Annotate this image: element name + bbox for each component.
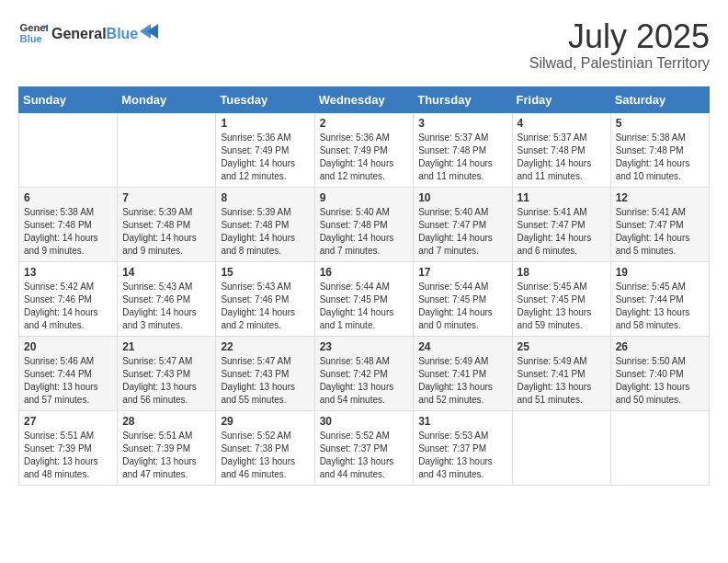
- day-info: Sunrise: 5:49 AM Sunset: 7:41 PM Dayligh…: [518, 355, 606, 407]
- calendar-cell: 30Sunrise: 5:52 AM Sunset: 7:37 PM Dayli…: [314, 410, 414, 485]
- calendar-cell: 21Sunrise: 5:47 AM Sunset: 7:43 PM Dayli…: [118, 336, 216, 410]
- day-info: Sunrise: 5:50 AM Sunset: 7:40 PM Dayligh…: [616, 355, 704, 407]
- day-info: Sunrise: 5:39 AM Sunset: 7:48 PM Dayligh…: [122, 206, 210, 258]
- calendar-cell: 17Sunrise: 5:44 AM Sunset: 7:45 PM Dayli…: [414, 261, 512, 336]
- calendar-cell: 29Sunrise: 5:52 AM Sunset: 7:38 PM Dayli…: [216, 410, 314, 485]
- day-number: 25: [518, 340, 606, 353]
- calendar-cell: 8Sunrise: 5:39 AM Sunset: 7:48 PM Daylig…: [216, 187, 314, 261]
- day-info: Sunrise: 5:51 AM Sunset: 7:39 PM Dayligh…: [122, 430, 210, 481]
- day-info: Sunrise: 5:48 AM Sunset: 7:42 PM Dayligh…: [320, 355, 409, 407]
- day-info: Sunrise: 5:53 AM Sunset: 7:37 PM Dayligh…: [418, 430, 506, 481]
- day-number: 13: [24, 266, 112, 279]
- subtitle: Silwad, Palestinian Territory: [529, 55, 710, 72]
- day-info: Sunrise: 5:37 AM Sunset: 7:48 PM Dayligh…: [518, 132, 606, 183]
- day-number: 5: [616, 117, 704, 130]
- day-info: Sunrise: 5:47 AM Sunset: 7:43 PM Dayligh…: [122, 355, 210, 407]
- day-info: Sunrise: 5:39 AM Sunset: 7:48 PM Dayligh…: [221, 206, 309, 258]
- day-info: Sunrise: 5:45 AM Sunset: 7:44 PM Dayligh…: [616, 281, 704, 332]
- calendar-cell: 4Sunrise: 5:37 AM Sunset: 7:48 PM Daylig…: [512, 112, 610, 187]
- day-number: 21: [122, 340, 210, 353]
- day-number: 11: [518, 191, 606, 204]
- calendar-cell: 9Sunrise: 5:40 AM Sunset: 7:48 PM Daylig…: [314, 187, 414, 261]
- calendar-week-1: 1Sunrise: 5:36 AM Sunset: 7:49 PM Daylig…: [19, 112, 710, 187]
- day-number: 22: [221, 340, 309, 353]
- logo-icon: General Blue: [18, 18, 48, 48]
- day-number: 9: [320, 191, 409, 204]
- day-info: Sunrise: 5:40 AM Sunset: 7:48 PM Dayligh…: [320, 206, 409, 258]
- calendar-cell: [118, 112, 216, 187]
- calendar-header-row: SundayMondayTuesdayWednesdayThursdayFrid…: [19, 86, 710, 112]
- calendar-week-3: 13Sunrise: 5:42 AM Sunset: 7:46 PM Dayli…: [19, 261, 710, 336]
- day-info: Sunrise: 5:36 AM Sunset: 7:49 PM Dayligh…: [221, 132, 309, 183]
- calendar-cell: 28Sunrise: 5:51 AM Sunset: 7:39 PM Dayli…: [118, 410, 216, 485]
- logo-blue: Blue: [107, 26, 139, 42]
- logo-arrow-icon: [140, 24, 158, 39]
- calendar-cell: 24Sunrise: 5:49 AM Sunset: 7:41 PM Dayli…: [414, 336, 512, 410]
- title-block: July 2025 Silwad, Palestinian Territory: [529, 18, 710, 72]
- day-info: Sunrise: 5:42 AM Sunset: 7:46 PM Dayligh…: [24, 281, 112, 332]
- calendar-cell: 20Sunrise: 5:46 AM Sunset: 7:44 PM Dayli…: [19, 336, 118, 410]
- day-info: Sunrise: 5:49 AM Sunset: 7:41 PM Dayligh…: [418, 355, 506, 407]
- calendar-cell: 16Sunrise: 5:44 AM Sunset: 7:45 PM Dayli…: [314, 261, 414, 336]
- calendar-cell: 10Sunrise: 5:40 AM Sunset: 7:47 PM Dayli…: [414, 187, 512, 261]
- svg-text:Blue: Blue: [20, 33, 42, 44]
- logo: General Blue General Blue: [18, 18, 158, 48]
- day-number: 29: [221, 415, 309, 428]
- calendar-cell: 11Sunrise: 5:41 AM Sunset: 7:47 PM Dayli…: [512, 187, 610, 261]
- calendar-cell: 23Sunrise: 5:48 AM Sunset: 7:42 PM Dayli…: [314, 336, 414, 410]
- day-number: 19: [616, 266, 704, 279]
- day-number: 14: [122, 266, 210, 279]
- page-header: General Blue General Blue July 2025 Silw…: [18, 18, 710, 72]
- day-info: Sunrise: 5:43 AM Sunset: 7:46 PM Dayligh…: [122, 281, 210, 332]
- day-number: 18: [518, 266, 606, 279]
- calendar-cell: 12Sunrise: 5:41 AM Sunset: 7:47 PM Dayli…: [610, 187, 709, 261]
- day-number: 24: [418, 340, 506, 353]
- day-number: 4: [518, 117, 606, 130]
- calendar-cell: 19Sunrise: 5:45 AM Sunset: 7:44 PM Dayli…: [610, 261, 709, 336]
- day-number: 10: [418, 191, 506, 204]
- calendar-cell: 3Sunrise: 5:37 AM Sunset: 7:48 PM Daylig…: [414, 112, 512, 187]
- day-header-sunday: Sunday: [19, 86, 118, 112]
- day-header-friday: Friday: [512, 86, 610, 112]
- day-info: Sunrise: 5:38 AM Sunset: 7:48 PM Dayligh…: [24, 206, 112, 258]
- day-number: 8: [221, 191, 309, 204]
- logo-general: General: [51, 26, 107, 42]
- calendar-cell: 31Sunrise: 5:53 AM Sunset: 7:37 PM Dayli…: [414, 410, 512, 485]
- day-number: 17: [418, 266, 506, 279]
- day-number: 15: [221, 266, 309, 279]
- calendar-cell: 18Sunrise: 5:45 AM Sunset: 7:45 PM Dayli…: [512, 261, 610, 336]
- day-number: 20: [24, 340, 112, 353]
- day-info: Sunrise: 5:52 AM Sunset: 7:38 PM Dayligh…: [221, 430, 309, 481]
- day-info: Sunrise: 5:46 AM Sunset: 7:44 PM Dayligh…: [24, 355, 112, 407]
- svg-text:General: General: [20, 22, 48, 33]
- day-info: Sunrise: 5:41 AM Sunset: 7:47 PM Dayligh…: [616, 206, 704, 258]
- day-number: 6: [24, 191, 112, 204]
- day-header-monday: Monday: [118, 86, 216, 112]
- calendar-cell: 13Sunrise: 5:42 AM Sunset: 7:46 PM Dayli…: [19, 261, 118, 336]
- day-number: 7: [122, 191, 210, 204]
- calendar-cell: [19, 112, 118, 187]
- main-title: July 2025: [529, 18, 710, 55]
- day-number: 31: [418, 415, 506, 428]
- day-header-tuesday: Tuesday: [216, 86, 314, 112]
- day-info: Sunrise: 5:38 AM Sunset: 7:48 PM Dayligh…: [616, 132, 704, 183]
- day-header-thursday: Thursday: [414, 86, 512, 112]
- calendar-table: SundayMondayTuesdayWednesdayThursdayFrid…: [18, 86, 710, 486]
- calendar-cell: [610, 410, 709, 485]
- day-number: 3: [418, 117, 506, 130]
- calendar-cell: 15Sunrise: 5:43 AM Sunset: 7:46 PM Dayli…: [216, 261, 314, 336]
- day-number: 16: [320, 266, 409, 279]
- calendar-week-2: 6Sunrise: 5:38 AM Sunset: 7:48 PM Daylig…: [19, 187, 710, 261]
- calendar-cell: 7Sunrise: 5:39 AM Sunset: 7:48 PM Daylig…: [118, 187, 216, 261]
- calendar-cell: 2Sunrise: 5:36 AM Sunset: 7:49 PM Daylig…: [314, 112, 414, 187]
- day-info: Sunrise: 5:41 AM Sunset: 7:47 PM Dayligh…: [518, 206, 606, 258]
- calendar-cell: 6Sunrise: 5:38 AM Sunset: 7:48 PM Daylig…: [19, 187, 118, 261]
- calendar-cell: 1Sunrise: 5:36 AM Sunset: 7:49 PM Daylig…: [216, 112, 314, 187]
- day-number: 27: [24, 415, 112, 428]
- calendar-cell: 5Sunrise: 5:38 AM Sunset: 7:48 PM Daylig…: [610, 112, 709, 187]
- day-number: 1: [221, 117, 309, 130]
- day-info: Sunrise: 5:44 AM Sunset: 7:45 PM Dayligh…: [320, 281, 409, 332]
- day-info: Sunrise: 5:43 AM Sunset: 7:46 PM Dayligh…: [221, 281, 309, 332]
- day-info: Sunrise: 5:47 AM Sunset: 7:43 PM Dayligh…: [221, 355, 309, 407]
- day-info: Sunrise: 5:44 AM Sunset: 7:45 PM Dayligh…: [418, 281, 506, 332]
